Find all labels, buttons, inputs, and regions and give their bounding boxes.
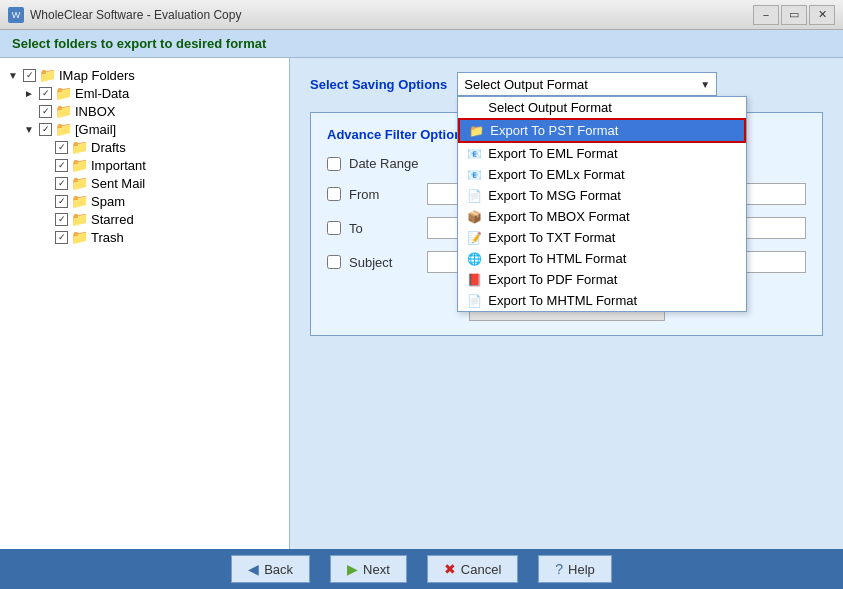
main-content: ▼ ✓ 📁 IMap Folders ► ✓ 📁 Eml-Data ✓ 📁 IN…	[0, 58, 843, 549]
label-eml-data: Eml-Data	[75, 86, 129, 101]
output-format-dropdown[interactable]: Select Output Format ▼	[457, 72, 717, 96]
option-msg-label: Export To MSG Format	[488, 188, 621, 203]
tree-item-inbox[interactable]: ✓ 📁 INBOX	[24, 102, 281, 120]
tree-item-trash[interactable]: ✓ 📁 Trash	[40, 228, 281, 246]
dropdown-arrow-icon: ▼	[700, 79, 710, 90]
checkbox-imap[interactable]: ✓	[23, 69, 36, 82]
back-label: Back	[264, 562, 293, 577]
option-emlx[interactable]: 📧 Export To EMLx Format	[458, 164, 746, 185]
checkbox-inbox[interactable]: ✓	[39, 105, 52, 118]
option-html[interactable]: 🌐 Export To HTML Format	[458, 248, 746, 269]
option-pst-icon: 📁	[468, 124, 484, 138]
tree-item-imap[interactable]: ▼ ✓ 📁 IMap Folders	[8, 66, 281, 84]
help-icon: ?	[555, 561, 563, 577]
date-range-checkbox[interactable]	[327, 157, 341, 171]
from-label: From	[349, 187, 419, 202]
option-mbox[interactable]: 📦 Export To MBOX Format	[458, 206, 746, 227]
minimize-button[interactable]: −	[753, 5, 779, 25]
option-emlx-label: Export To EMLx Format	[488, 167, 624, 182]
cancel-button[interactable]: ✖ Cancel	[427, 555, 518, 583]
checkbox-important[interactable]: ✓	[55, 159, 68, 172]
tree-item-gmail[interactable]: ▼ ✓ 📁 [Gmail]	[24, 120, 281, 138]
option-mbox-icon: 📦	[466, 210, 482, 224]
option-pdf-label: Export To PDF Format	[488, 272, 617, 287]
option-pdf[interactable]: 📕 Export To PDF Format	[458, 269, 746, 290]
checkbox-spam[interactable]: ✓	[55, 195, 68, 208]
label-starred: Starred	[91, 212, 134, 227]
label-sent-mail: Sent Mail	[91, 176, 145, 191]
folder-icon-starred: 📁	[71, 211, 88, 227]
option-msg-icon: 📄	[466, 189, 482, 203]
label-important: Important	[91, 158, 146, 173]
option-mhtml[interactable]: 📄 Export To MHTML Format	[458, 290, 746, 311]
option-pst[interactable]: 📁 Export To PST Format	[458, 118, 746, 143]
right-panel: Select Saving Options Select Output Form…	[290, 58, 843, 549]
selected-format-label: Select Output Format	[464, 77, 588, 92]
folder-icon-spam: 📁	[71, 193, 88, 209]
option-default[interactable]: Select Output Format	[458, 97, 746, 118]
saving-options-label: Select Saving Options	[310, 77, 447, 92]
option-html-icon: 🌐	[466, 252, 482, 266]
app-icon: W	[8, 7, 24, 23]
option-eml-label: Export To EML Format	[488, 146, 617, 161]
checkbox-sent-mail[interactable]: ✓	[55, 177, 68, 190]
option-pdf-icon: 📕	[466, 273, 482, 287]
help-button[interactable]: ? Help	[538, 555, 612, 583]
option-mhtml-icon: 📄	[466, 294, 482, 308]
saving-options-row: Select Saving Options Select Output Form…	[310, 72, 823, 96]
checkbox-gmail[interactable]: ✓	[39, 123, 52, 136]
expand-icon-imap: ▼	[8, 70, 20, 81]
label-drafts: Drafts	[91, 140, 126, 155]
label-gmail: [Gmail]	[75, 122, 116, 137]
folder-icon-imap: 📁	[39, 67, 56, 83]
next-button[interactable]: ▶ Next	[330, 555, 407, 583]
page-header: Select folders to export to desired form…	[0, 30, 843, 58]
option-emlx-icon: 📧	[466, 168, 482, 182]
option-msg[interactable]: 📄 Export To MSG Format	[458, 185, 746, 206]
tree-item-important[interactable]: ✓ 📁 Important	[40, 156, 281, 174]
option-eml-icon: 📧	[466, 147, 482, 161]
folder-icon-eml-data: 📁	[55, 85, 72, 101]
date-range-label: Date Range	[349, 156, 419, 171]
label-spam: Spam	[91, 194, 125, 209]
checkbox-trash[interactable]: ✓	[55, 231, 68, 244]
next-icon: ▶	[347, 561, 358, 577]
folder-icon-trash: 📁	[71, 229, 88, 245]
expand-icon-gmail: ▼	[24, 124, 36, 135]
option-txt-label: Export To TXT Format	[488, 230, 615, 245]
checkbox-drafts[interactable]: ✓	[55, 141, 68, 154]
option-mhtml-label: Export To MHTML Format	[488, 293, 637, 308]
subject-checkbox[interactable]	[327, 255, 341, 269]
option-txt[interactable]: 📝 Export To TXT Format	[458, 227, 746, 248]
tree-item-drafts[interactable]: ✓ 📁 Drafts	[40, 138, 281, 156]
subject-label: Subject	[349, 255, 419, 270]
option-pst-label: Export To PST Format	[490, 123, 618, 138]
tree-item-eml-data[interactable]: ► ✓ 📁 Eml-Data	[24, 84, 281, 102]
label-imap: IMap Folders	[59, 68, 135, 83]
option-mbox-label: Export To MBOX Format	[488, 209, 629, 224]
window-controls: − ▭ ✕	[753, 5, 835, 25]
checkbox-starred[interactable]: ✓	[55, 213, 68, 226]
app-title: WholeClear Software - Evaluation Copy	[30, 8, 241, 22]
tree-item-starred[interactable]: ✓ 📁 Starred	[40, 210, 281, 228]
back-button[interactable]: ◀ Back	[231, 555, 310, 583]
option-default-label: Select Output Format	[488, 100, 612, 115]
label-inbox: INBOX	[75, 104, 115, 119]
from-checkbox[interactable]	[327, 187, 341, 201]
to-checkbox[interactable]	[327, 221, 341, 235]
to-label: To	[349, 221, 419, 236]
tree-item-sent-mail[interactable]: ✓ 📁 Sent Mail	[40, 174, 281, 192]
title-bar: W WholeClear Software - Evaluation Copy …	[0, 0, 843, 30]
checkbox-eml-data[interactable]: ✓	[39, 87, 52, 100]
cancel-label: Cancel	[461, 562, 501, 577]
folder-icon-drafts: 📁	[71, 139, 88, 155]
option-eml[interactable]: 📧 Export To EML Format	[458, 143, 746, 164]
restore-button[interactable]: ▭	[781, 5, 807, 25]
close-button[interactable]: ✕	[809, 5, 835, 25]
help-label: Help	[568, 562, 595, 577]
next-label: Next	[363, 562, 390, 577]
folder-icon-inbox: 📁	[55, 103, 72, 119]
tree-item-spam[interactable]: ✓ 📁 Spam	[40, 192, 281, 210]
option-txt-icon: 📝	[466, 231, 482, 245]
folder-icon-important: 📁	[71, 157, 88, 173]
